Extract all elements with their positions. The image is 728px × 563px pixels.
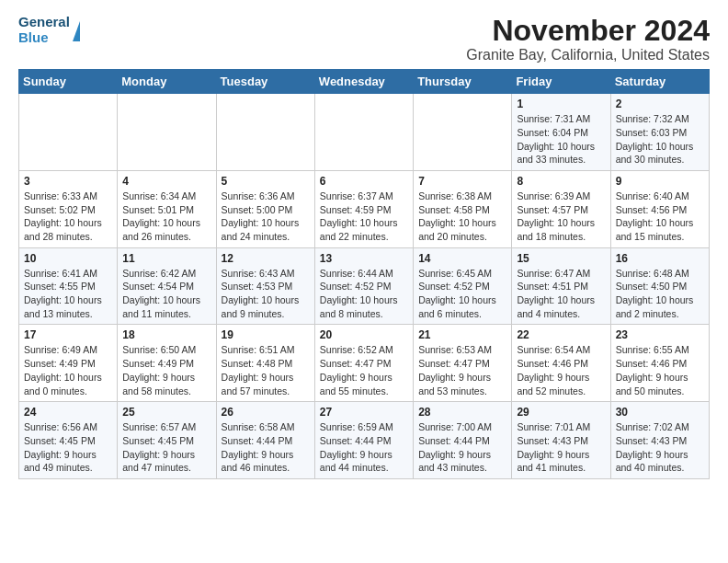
day-number: 1 (517, 98, 605, 110)
day-info: Sunrise: 6:50 AM Sunset: 4:49 PM Dayligh… (122, 343, 210, 397)
day-number: 22 (517, 328, 605, 341)
logo-area: General Blue (18, 15, 80, 45)
day-info: Sunrise: 6:54 AM Sunset: 4:46 PM Dayligh… (517, 343, 605, 397)
day-number: 10 (24, 252, 112, 265)
calendar-cell: 20Sunrise: 6:52 AM Sunset: 4:47 PM Dayli… (314, 325, 413, 402)
day-number: 28 (418, 406, 506, 419)
calendar-cell: 26Sunrise: 6:58 AM Sunset: 4:44 PM Dayli… (216, 402, 314, 479)
day-info: Sunrise: 6:40 AM Sunset: 4:56 PM Dayligh… (616, 190, 704, 244)
day-number: 24 (24, 406, 112, 419)
day-number: 23 (616, 328, 704, 341)
day-number: 30 (616, 406, 704, 419)
day-info: Sunrise: 7:32 AM Sunset: 6:03 PM Dayligh… (616, 112, 704, 167)
logo-line1: General (18, 15, 70, 30)
col-header-friday: Friday (512, 70, 610, 94)
week-row-4: 17Sunrise: 6:49 AM Sunset: 4:49 PM Dayli… (19, 325, 710, 402)
calendar-cell: 11Sunrise: 6:42 AM Sunset: 4:54 PM Dayli… (118, 247, 216, 325)
day-number: 4 (122, 175, 210, 188)
day-info: Sunrise: 6:52 AM Sunset: 4:47 PM Dayligh… (320, 343, 408, 397)
day-number: 3 (24, 175, 112, 188)
calendar-cell (118, 94, 216, 171)
logo-line2: Blue (18, 30, 70, 46)
day-number: 29 (517, 406, 605, 419)
calendar-cell: 10Sunrise: 6:41 AM Sunset: 4:55 PM Dayli… (19, 247, 118, 325)
day-number: 8 (517, 175, 605, 188)
day-info: Sunrise: 7:01 AM Sunset: 4:43 PM Dayligh… (517, 420, 605, 475)
day-number: 5 (222, 175, 310, 188)
day-info: Sunrise: 6:58 AM Sunset: 4:44 PM Dayligh… (222, 420, 310, 475)
day-number: 17 (24, 328, 112, 341)
day-info: Sunrise: 6:36 AM Sunset: 5:00 PM Dayligh… (222, 190, 310, 244)
day-number: 9 (616, 175, 704, 188)
col-header-thursday: Thursday (414, 70, 512, 94)
calendar-cell: 14Sunrise: 6:45 AM Sunset: 4:52 PM Dayli… (414, 247, 512, 325)
calendar-cell: 18Sunrise: 6:50 AM Sunset: 4:49 PM Dayli… (118, 325, 216, 402)
calendar-cell: 30Sunrise: 7:02 AM Sunset: 4:43 PM Dayli… (610, 402, 709, 479)
col-header-wednesday: Wednesday (314, 70, 413, 94)
calendar-cell: 15Sunrise: 6:47 AM Sunset: 4:51 PM Dayli… (512, 247, 610, 325)
calendar-cell (216, 94, 314, 171)
header: General Blue November 2024 Granite Bay, … (18, 15, 710, 63)
calendar-cell: 27Sunrise: 6:59 AM Sunset: 4:44 PM Dayli… (314, 402, 413, 479)
week-row-1: 1Sunrise: 7:31 AM Sunset: 6:04 PM Daylig… (19, 94, 710, 171)
col-header-tuesday: Tuesday (216, 70, 314, 94)
calendar-cell: 24Sunrise: 6:56 AM Sunset: 4:45 PM Dayli… (19, 402, 118, 479)
day-number: 15 (517, 252, 605, 265)
day-info: Sunrise: 6:55 AM Sunset: 4:46 PM Dayligh… (616, 343, 704, 397)
calendar-cell: 1Sunrise: 7:31 AM Sunset: 6:04 PM Daylig… (512, 94, 610, 171)
calendar-cell (19, 94, 118, 171)
calendar-cell (414, 94, 512, 171)
calendar-cell: 4Sunrise: 6:34 AM Sunset: 5:01 PM Daylig… (118, 170, 216, 247)
day-number: 14 (418, 252, 506, 265)
calendar-cell (314, 94, 413, 171)
day-info: Sunrise: 6:44 AM Sunset: 4:52 PM Dayligh… (320, 267, 408, 321)
day-info: Sunrise: 6:51 AM Sunset: 4:48 PM Dayligh… (222, 343, 310, 397)
calendar-cell: 12Sunrise: 6:43 AM Sunset: 4:53 PM Dayli… (216, 247, 314, 325)
calendar-cell: 3Sunrise: 6:33 AM Sunset: 5:02 PM Daylig… (19, 170, 118, 247)
calendar-cell: 13Sunrise: 6:44 AM Sunset: 4:52 PM Dayli… (314, 247, 413, 325)
day-info: Sunrise: 6:48 AM Sunset: 4:50 PM Dayligh… (616, 267, 704, 321)
day-number: 21 (418, 328, 506, 341)
day-number: 12 (222, 252, 310, 265)
page: General Blue November 2024 Granite Bay, … (0, 0, 728, 494)
day-number: 2 (616, 98, 704, 110)
day-info: Sunrise: 6:57 AM Sunset: 4:45 PM Dayligh… (122, 420, 210, 475)
day-number: 11 (122, 252, 210, 265)
day-info: Sunrise: 6:37 AM Sunset: 4:59 PM Dayligh… (320, 190, 408, 244)
calendar-header-row: SundayMondayTuesdayWednesdayThursdayFrid… (19, 70, 710, 94)
col-header-monday: Monday (118, 70, 216, 94)
day-info: Sunrise: 6:53 AM Sunset: 4:47 PM Dayligh… (418, 343, 506, 397)
week-row-2: 3Sunrise: 6:33 AM Sunset: 5:02 PM Daylig… (19, 170, 710, 247)
week-row-3: 10Sunrise: 6:41 AM Sunset: 4:55 PM Dayli… (19, 247, 710, 325)
day-info: Sunrise: 6:43 AM Sunset: 4:53 PM Dayligh… (222, 267, 310, 321)
day-info: Sunrise: 6:47 AM Sunset: 4:51 PM Dayligh… (517, 267, 605, 321)
calendar-cell: 8Sunrise: 6:39 AM Sunset: 4:57 PM Daylig… (512, 170, 610, 247)
calendar-subtitle: Granite Bay, California, United States (466, 47, 710, 63)
col-header-sunday: Sunday (19, 70, 118, 94)
calendar-cell: 28Sunrise: 7:00 AM Sunset: 4:44 PM Dayli… (414, 402, 512, 479)
day-number: 7 (418, 175, 506, 188)
calendar-cell: 5Sunrise: 6:36 AM Sunset: 5:00 PM Daylig… (216, 170, 314, 247)
day-info: Sunrise: 6:38 AM Sunset: 4:58 PM Dayligh… (418, 190, 506, 244)
day-number: 25 (122, 406, 210, 419)
day-info: Sunrise: 7:02 AM Sunset: 4:43 PM Dayligh… (616, 420, 704, 475)
day-number: 26 (222, 406, 310, 419)
calendar-title: November 2024 (466, 15, 710, 47)
day-info: Sunrise: 6:33 AM Sunset: 5:02 PM Dayligh… (24, 190, 112, 244)
day-number: 16 (616, 252, 704, 265)
logo-text: General Blue (18, 15, 70, 45)
calendar-cell: 6Sunrise: 6:37 AM Sunset: 4:59 PM Daylig… (314, 170, 413, 247)
title-area: November 2024 Granite Bay, California, U… (466, 15, 710, 63)
day-number: 13 (320, 252, 408, 265)
calendar-cell: 16Sunrise: 6:48 AM Sunset: 4:50 PM Dayli… (610, 247, 709, 325)
logo-triangle-icon (73, 21, 80, 41)
day-number: 20 (320, 328, 408, 341)
day-info: Sunrise: 6:49 AM Sunset: 4:49 PM Dayligh… (24, 343, 112, 397)
calendar-cell: 2Sunrise: 7:32 AM Sunset: 6:03 PM Daylig… (610, 94, 709, 171)
calendar-cell: 22Sunrise: 6:54 AM Sunset: 4:46 PM Dayli… (512, 325, 610, 402)
calendar-cell: 23Sunrise: 6:55 AM Sunset: 4:46 PM Dayli… (610, 325, 709, 402)
day-number: 19 (222, 328, 310, 341)
day-info: Sunrise: 6:56 AM Sunset: 4:45 PM Dayligh… (24, 420, 112, 475)
day-info: Sunrise: 6:41 AM Sunset: 4:55 PM Dayligh… (24, 267, 112, 321)
calendar-cell: 9Sunrise: 6:40 AM Sunset: 4:56 PM Daylig… (610, 170, 709, 247)
